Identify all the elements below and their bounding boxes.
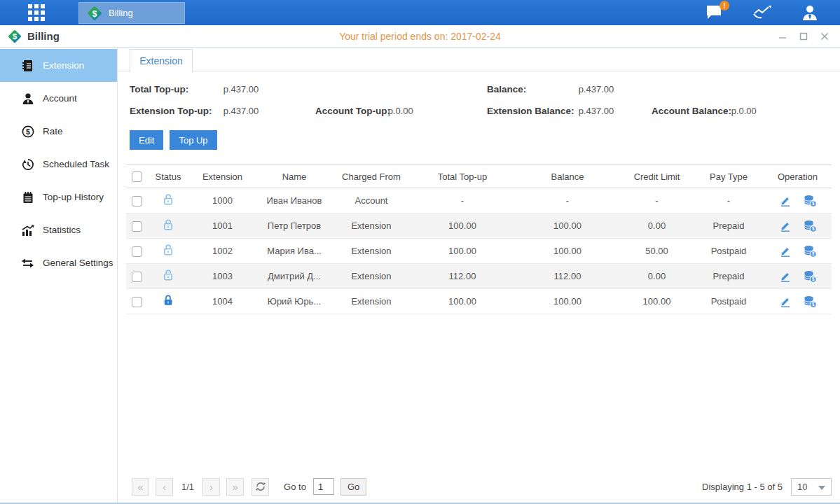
table-row[interactable]: 1004 Юрий Юрь... Extension 100.00 100.00… xyxy=(126,289,832,314)
top-up-row-icon[interactable]: $ xyxy=(803,295,817,308)
total-topup-label: Total Top-up: xyxy=(130,84,221,94)
select-all-checkbox[interactable] xyxy=(132,172,142,182)
cell-balance: - xyxy=(515,188,620,214)
refresh-button[interactable] xyxy=(252,478,269,496)
table-row[interactable]: 1001 Петр Петров Extension 100.00 100.00… xyxy=(126,214,832,239)
person-icon xyxy=(21,92,34,105)
cell-name: Дмитрий Д... xyxy=(256,264,333,289)
messages-icon[interactable]: ! xyxy=(704,4,725,22)
goto-label: Go to xyxy=(284,482,306,492)
top-up-button[interactable]: Top Up xyxy=(170,130,216,150)
cell-credit-limit: 50.00 xyxy=(620,239,694,264)
cell-total-topup: 112.00 xyxy=(410,264,515,289)
goto-page-input[interactable] xyxy=(313,478,334,495)
sidebar-item-rate[interactable]: $ Rate xyxy=(0,115,117,148)
sidebar-item-label: Extension xyxy=(43,60,84,71)
prev-page-button[interactable]: ‹ xyxy=(156,478,173,496)
user-account-icon[interactable] xyxy=(799,4,820,22)
extension-balance-value: p.437.00 xyxy=(579,106,614,116)
sliders-icon xyxy=(21,256,34,270)
col-status: Status xyxy=(147,165,189,188)
edit-row-icon[interactable] xyxy=(779,270,792,283)
go-button[interactable]: Go xyxy=(340,478,366,496)
close-icon[interactable] xyxy=(818,29,832,43)
sidebar-item-label: Scheduled Task xyxy=(43,159,109,169)
sidebar-item-topup-history[interactable]: Top-up History xyxy=(0,181,117,214)
account-balance-label: Account Balance: xyxy=(652,106,729,116)
cell-total-topup: 100.00 xyxy=(410,289,515,314)
edit-row-icon[interactable] xyxy=(779,220,792,232)
cell-total-topup: 100.00 xyxy=(410,239,515,264)
sidebar-item-extension[interactable]: Extension xyxy=(0,49,117,82)
cell-credit-limit: - xyxy=(620,188,694,214)
sidebar-item-label: Rate xyxy=(43,126,63,136)
maximize-icon[interactable] xyxy=(797,29,811,43)
person-glyph xyxy=(801,4,819,22)
last-page-button[interactable]: » xyxy=(226,478,244,496)
top-up-row-icon[interactable]: $ xyxy=(803,270,817,283)
tab-extension[interactable]: Extension xyxy=(130,49,193,72)
edit-row-icon[interactable] xyxy=(779,245,792,258)
col-total-topup: Total Top-up xyxy=(410,165,515,188)
col-extension: Extension xyxy=(189,165,256,188)
pager-right: Displaying 1 - 5 of 5 10 xyxy=(702,478,832,496)
taskbar-tab-billing[interactable]: $ Billing xyxy=(78,2,185,24)
account-topup-label: Account Top-up: xyxy=(315,106,385,116)
billing-dollar-diamond-icon: $ xyxy=(86,5,103,22)
next-page-button[interactable]: › xyxy=(202,478,220,496)
sidebar-item-scheduled-task[interactable]: Scheduled Task xyxy=(0,148,117,181)
top-up-row-icon[interactable]: $ xyxy=(803,195,817,207)
cell-total-topup: - xyxy=(410,188,515,214)
sidebar-item-statistics[interactable]: Statistics xyxy=(0,214,117,246)
statistics-chart-icon[interactable] xyxy=(752,4,773,22)
displaying-range: Displaying 1 - 5 of 5 xyxy=(702,482,783,492)
row-checkbox[interactable] xyxy=(132,297,142,307)
cell-total-topup: 100.00 xyxy=(410,214,515,239)
trial-notice: Your trial period ends on: 2017-02-24 xyxy=(0,31,840,42)
lock-open-icon xyxy=(163,244,174,256)
account-topup-value: p.0.00 xyxy=(388,106,413,116)
svg-text:$: $ xyxy=(812,302,815,307)
edit-row-icon[interactable] xyxy=(779,195,792,207)
top-up-row-icon[interactable]: $ xyxy=(803,245,817,258)
edit-row-icon[interactable] xyxy=(779,295,792,308)
topbar-actions: ! xyxy=(704,0,820,25)
row-checkbox[interactable] xyxy=(132,221,142,232)
topbar: $ Billing ! xyxy=(0,0,840,25)
cell-pay-type: Postpaid xyxy=(694,239,764,264)
cell-credit-limit: 0.00 xyxy=(620,214,694,239)
cell-pay-type: - xyxy=(694,188,764,214)
lock-open-icon xyxy=(163,193,174,206)
row-checkbox[interactable] xyxy=(132,196,142,206)
extensions-table: Status Extension Name Charged From Total… xyxy=(126,164,832,314)
first-page-button[interactable]: « xyxy=(132,478,149,496)
cell-name: Юрий Юрь... xyxy=(256,289,333,314)
cell-charged-from: Account xyxy=(333,188,410,214)
account-balance-value: p.0.00 xyxy=(731,106,757,116)
extension-balance-label: Extension Balance: xyxy=(487,106,576,116)
row-checkbox[interactable] xyxy=(132,246,142,257)
window-controls xyxy=(776,25,832,48)
cell-name: Мария Ива... xyxy=(256,239,333,264)
minimize-icon[interactable] xyxy=(776,29,790,43)
cell-charged-from: Extension xyxy=(333,239,410,264)
cell-balance: 112.00 xyxy=(515,264,620,289)
cell-balance: 100.00 xyxy=(515,214,620,239)
table-row[interactable]: 1000 Иван Иванов Account - - - - $ xyxy=(126,188,832,214)
cell-balance: 100.00 xyxy=(515,289,620,314)
sidebar-item-general-settings[interactable]: General Settings xyxy=(0,246,117,279)
svg-text:$: $ xyxy=(812,226,815,232)
table-row[interactable]: 1003 Дмитрий Д... Extension 112.00 112.0… xyxy=(126,264,832,289)
apps-grid-icon[interactable] xyxy=(21,0,52,25)
top-up-row-icon[interactable]: $ xyxy=(803,220,817,232)
total-topup-value: p.437.00 xyxy=(223,84,259,94)
table-row[interactable]: 1002 Мария Ива... Extension 100.00 100.0… xyxy=(126,239,832,264)
address-book-icon xyxy=(21,59,34,72)
line-chart-glyph xyxy=(752,4,772,21)
cell-credit-limit: 100.00 xyxy=(620,289,694,314)
row-checkbox[interactable] xyxy=(132,272,142,282)
edit-button[interactable]: Edit xyxy=(130,130,163,150)
page-size-select[interactable]: 10 xyxy=(791,478,832,496)
sidebar-item-account[interactable]: Account xyxy=(0,82,117,115)
cell-pay-type: Prepaid xyxy=(694,214,764,239)
